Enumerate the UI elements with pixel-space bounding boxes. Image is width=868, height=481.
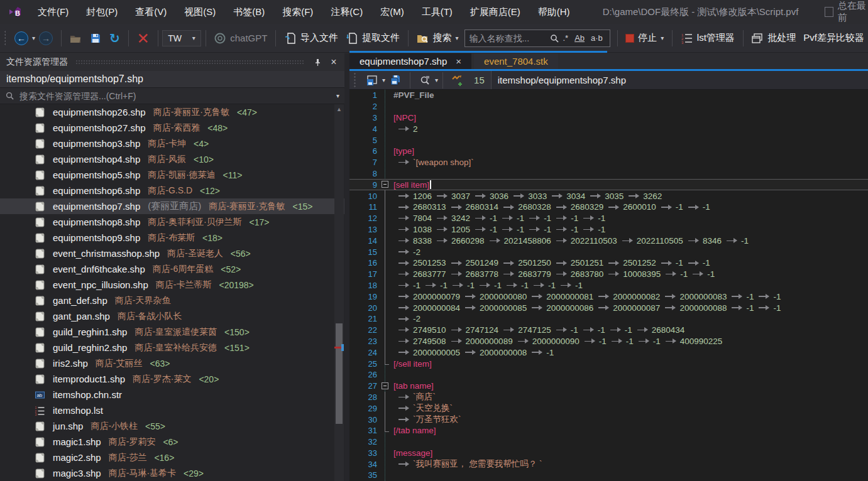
code-line[interactable]: 25[/sell item]: [349, 358, 868, 369]
code-line[interactable]: 1310381205-1-1-1-1-1: [349, 224, 868, 235]
fold-toggle-icon[interactable]: [382, 181, 388, 188]
menu-item-h[interactable]: 帮助(H): [529, 3, 579, 22]
file-item[interactable]: equipmentshop27.shp商店-索西雅<48>: [0, 120, 344, 136]
search-in-file-button[interactable]: [415, 72, 435, 89]
code-line[interactable]: 15-2: [349, 246, 868, 257]
file-item[interactable]: equipmentshop8.shp商店-奥菲利亚·贝伊兰斯<17>: [0, 214, 344, 230]
code-line[interactable]: 9[sell item]: [349, 179, 868, 190]
chevron-down-icon[interactable]: ▾: [336, 92, 339, 99]
code-line[interactable]: 28`商店`: [349, 392, 868, 403]
file-item[interactable]: guild_reghin1.shp商店-皇室派遣使莱茵<150>: [0, 324, 344, 340]
code-line[interactable]: 21-2: [349, 313, 868, 325]
menu-item-f[interactable]: 搜索(F): [273, 3, 322, 22]
file-item[interactable]: 123itemshop.lst: [0, 403, 344, 418]
extract-file-button[interactable]: 提取文件: [342, 30, 404, 47]
code-line[interactable]: 8: [349, 168, 868, 180]
code-line[interactable]: 42: [349, 123, 868, 134]
code-line[interactable]: 2420000000052000000008-1: [349, 347, 868, 358]
menu-item-t[interactable]: 工具(T): [413, 3, 461, 22]
file-item[interactable]: jun.shp商店-小铁柱<55>: [0, 418, 344, 434]
magnifier-icon[interactable]: [549, 33, 559, 43]
code-line[interactable]: 1625012532501249250125025012512501252-1-…: [349, 257, 868, 269]
menu-item-e[interactable]: 扩展商店(E): [461, 3, 529, 22]
match-case-toggle-icon[interactable]: a·b: [591, 33, 603, 43]
menu-item-f[interactable]: 文件(F): [29, 3, 77, 22]
sync-compare-button[interactable]: [448, 72, 468, 89]
scrollbar-thumb[interactable]: [336, 323, 343, 424]
toolbar-grip[interactable]: [4, 30, 6, 46]
close-icon[interactable]: ×: [328, 57, 339, 68]
file-item[interactable]: abitemshop.chn.str: [0, 387, 344, 403]
file-item[interactable]: equipmentshop5.shp商店-凯丽·德莱迪<11>: [0, 167, 344, 183]
chatgpt-button[interactable]: chatGPT: [210, 30, 271, 47]
save-all-button[interactable]: [385, 72, 405, 89]
code-line[interactable]: 2: [349, 101, 868, 112]
code-editor[interactable]: 1#PVF_File23[NPC]4256[type]7`[weapon sho…: [349, 90, 868, 481]
code-line[interactable]: 1920000000792000000080200000008120000000…: [349, 291, 868, 302]
code-line[interactable]: 34`我叫赛丽亚， 您需要我帮忙吗？ `: [349, 458, 868, 470]
menu-item-s[interactable]: 视图(S): [175, 3, 224, 22]
menu-item-v[interactable]: 查看(V): [126, 3, 175, 22]
always-on-top-toggle[interactable]: 总在最前: [825, 0, 868, 24]
delete-button[interactable]: [133, 30, 153, 47]
undo-button[interactable]: ↺: [106, 28, 124, 48]
code-line[interactable]: 30`万圣节狂欢`: [349, 414, 868, 425]
file-item[interactable]: iris2.shp商店-艾丽丝<63>: [0, 355, 344, 371]
batch-button[interactable]: 批处理: [747, 30, 799, 47]
code-line[interactable]: 1278043242-1-1-1-1-1: [349, 213, 868, 224]
code-line[interactable]: 31[/tab name]: [349, 425, 868, 436]
tab-close-icon[interactable]: ×: [456, 56, 461, 67]
pvf-diff-button[interactable]: Pvf差异比较器: [799, 30, 868, 46]
code-line[interactable]: 1126803132680314268032826803292600010-1-…: [349, 202, 868, 213]
code-line[interactable]: 17268377726837782683779268378010008395-1…: [349, 269, 868, 280]
file-item[interactable]: equipmentshop7.shp(赛丽亚商店)商店-赛丽亚·克鲁敏<15>: [0, 198, 344, 214]
editor-tab[interactable]: event_7804.stk: [474, 53, 558, 69]
code-line[interactable]: 29`天空兑换`: [349, 403, 868, 414]
code-line[interactable]: 35: [349, 470, 868, 481]
chevron-down-icon[interactable]: ▾: [435, 77, 438, 84]
scroll-up-icon[interactable]: ▲: [334, 106, 344, 112]
code-line[interactable]: 1#PVF_File: [349, 90, 868, 101]
code-line[interactable]: 5: [349, 134, 868, 146]
explorer-drag-handle[interactable]: [75, 60, 304, 65]
menu-item-c[interactable]: 注释(C): [322, 3, 371, 22]
open-file-button[interactable]: [65, 30, 85, 47]
find-input-box[interactable]: .* Ab a·b: [464, 30, 610, 47]
file-item[interactable]: equipmentshop26.shp商店-赛丽亚·克鲁敏<47>: [0, 104, 344, 120]
code-line[interactable]: 1483382660298202145880620221105032022110…: [349, 235, 868, 246]
fold-toggle-icon[interactable]: [382, 382, 388, 389]
explorer-scrollbar[interactable]: ▲: [334, 104, 344, 481]
code-line[interactable]: 23274950820000000892000000090-1-1-140099…: [349, 336, 868, 347]
file-item[interactable]: event_npc_illusion.shp商店-卡兰蒂斯<20198>: [0, 277, 344, 293]
file-item[interactable]: event_christmasshop.shp商店-圣诞老人<56>: [0, 246, 344, 261]
find-input[interactable]: [469, 33, 549, 43]
file-item[interactable]: equipmentshop3.shp商店-卡坤<4>: [0, 136, 344, 151]
code-line[interactable]: 26: [349, 369, 868, 381]
menu-item-p[interactable]: 封包(P): [77, 3, 126, 22]
panel-splitter[interactable]: [344, 53, 349, 481]
view-mode-button[interactable]: [362, 72, 382, 89]
code-line[interactable]: 3[NPC]: [349, 112, 868, 124]
regex-toggle-icon[interactable]: .*: [563, 33, 568, 43]
file-item[interactable]: itemproduct1.shp商店-罗杰·莱文<20>: [0, 371, 344, 387]
always-on-top-checkbox[interactable]: [825, 7, 833, 17]
file-item[interactable]: event_dnf6thcake.shp商店-6周年蛋糕<52>: [0, 261, 344, 277]
stop-button[interactable]: 停止 ▾: [622, 30, 667, 46]
file-item[interactable]: gant_pan.shp商店-备战小队长: [0, 308, 344, 324]
explorer-search-box[interactable]: ▾: [0, 88, 344, 104]
search-menu-button[interactable]: 搜索 ▾: [412, 30, 462, 47]
save-button[interactable]: [85, 30, 106, 47]
code-line[interactable]: 33[message]: [349, 448, 868, 459]
file-item[interactable]: equipmentshop9.shp商店-布莱斯<18>: [0, 230, 344, 246]
editor-tab[interactable]: equipmentshop7.shp×: [349, 53, 471, 69]
file-item[interactable]: guild_reghin2.shp商店-皇室补给兵安德<151>: [0, 340, 344, 355]
code-line[interactable]: 27[tab name]: [349, 381, 868, 392]
file-item[interactable]: magic2.shp商店-莎兰<16>: [0, 450, 344, 465]
file-item[interactable]: equipmentshop6.shp商店-G.S.D<12>: [0, 183, 344, 198]
code-line[interactable]: 22274951027471242747125-1-1-12680434: [349, 325, 868, 336]
menu-item-b[interactable]: 书签(B): [224, 3, 273, 22]
import-file-button[interactable]: 导入文件: [280, 30, 342, 47]
file-item[interactable]: gant_def.shp商店-天界杂鱼: [0, 293, 344, 308]
code-line[interactable]: 18-1-1-1-1-1-1-1: [349, 280, 868, 291]
lst-manager-button[interactable]: 1 2 3 lst管理器: [677, 30, 739, 47]
